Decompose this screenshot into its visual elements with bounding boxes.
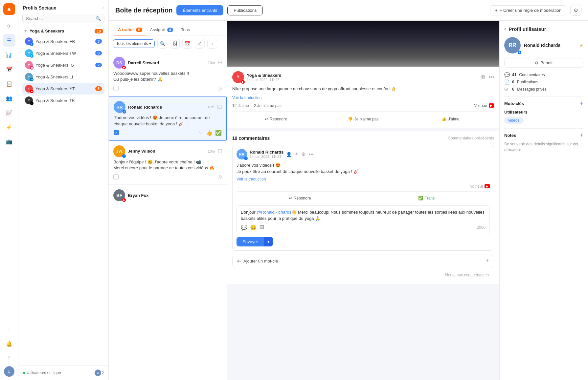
nav-icon-send[interactable]: ✈ [3,20,15,32]
nav-icon-add[interactable]: + [3,323,15,335]
inbox-item-bryan[interactable]: BF ▶ Bryan Fox [109,185,227,208]
mots-cles-add-btn[interactable]: + [580,100,583,107]
add-keyword-label: Ajouter un mot-clé [243,259,278,264]
user-icon[interactable]: 👤 [286,152,292,157]
nouveaux-comments-link[interactable]: Nouveaux commentaires [232,271,494,279]
nav-icon-reports[interactable]: 📈 [3,106,15,119]
nav-icon-tasks[interactable]: 📋 [3,77,15,90]
filter-select[interactable]: Tous les éléments ▾ [113,39,155,48]
li-badge-icon: in [30,78,34,81]
delete-icon[interactable]: 🗑 [481,74,486,80]
profile-item-fb[interactable]: Y f Yoga & Sneakers FB 3 [22,35,104,47]
tab-assigne[interactable]: Assigné 4 [146,25,177,35]
image-icon[interactable]: 🖼 [259,224,264,230]
profile-group-header[interactable]: ▼ Yoga & Sneakers 18 [22,27,104,35]
checkbox-jenny[interactable] [113,174,119,179]
tab-assigne-count: 4 [167,28,173,32]
filter-search-btn[interactable]: 🔍 [157,39,167,49]
emoji-icon[interactable]: 😊 [250,224,257,231]
tab-tous[interactable]: Tous [177,25,194,35]
back-button[interactable]: ‹ [504,26,506,32]
post-text: Nike propose une large gamme de chaussur… [232,86,494,92]
profile-avatar-fb: Y f [25,37,33,45]
profile-name-ig: Yoga & Sneakers IG [35,63,93,68]
nav-icon-media[interactable]: 📺 [3,135,15,148]
online-label: Utilisateurs en ligne [27,370,61,375]
star-icon[interactable]: ★ [579,43,583,48]
profile-avatar-li: Y in [25,73,33,81]
filter-check-btn[interactable]: ✓ [195,39,205,49]
thumbup-icon[interactable]: 👍 [206,130,213,136]
voir-yt[interactable]: voir sur ▶ [237,184,490,189]
message-icon[interactable]: 💬 [241,224,247,231]
platform-badge-bryan: ▶ [122,198,126,202]
sidebar: Profils Sociaux ‹ 🔍 ▼ Yoga & Sneakers 18… [18,0,109,380]
item-time-jenny: 10m [208,149,215,153]
like-btn[interactable]: 👍 J'aime [407,115,494,123]
tab-elements-entrants[interactable]: Éléments entrants [176,5,223,15]
envoyer-dropdown-btn[interactable]: ▾ [264,237,273,246]
comment-reply-btn[interactable]: ↩ Répondre [237,194,363,202]
profile-item-tw[interactable]: Y t Yoga & Sneakers TW 8 [22,47,104,59]
comment-more-icon[interactable]: ••• [309,152,314,157]
comments-label: Commentaires [519,73,545,77]
eye-icon[interactable]: 👁 [294,152,299,157]
comment-translate-link[interactable]: Voir la traduction [237,177,490,181]
comment-traite-btn[interactable]: ✅ Traité [363,194,490,202]
tab-a-traiter[interactable]: A traiter 5 [114,25,146,35]
dislike-icon: 👎 [348,117,353,121]
inbox-item-jenny[interactable]: JW f Jenny Wilson 10m 🎞 Bonjour l'équipe… [109,141,227,185]
keyword-tag-videos: vidéos [504,117,524,124]
nav-icon-inbox[interactable]: ☰ [3,34,15,47]
publications-label: Publications [517,80,538,84]
envoyer-button[interactable]: Envoyer [237,237,264,246]
profile-item-ig[interactable]: Y ◉ Yoga & Sneakers IG 2 [22,59,104,71]
done-icon[interactable]: ✅ [215,130,222,136]
nav-icon-calendar[interactable]: 📅 [3,63,15,75]
comment-delete-icon[interactable]: 🗑 [302,152,306,157]
post-translate-link[interactable]: Voir la traduction [232,95,494,100]
checkbox-ronald[interactable]: ✓ [114,130,119,135]
add-icon: + [486,258,489,264]
reply-btn[interactable]: ↩ Répondre [232,115,320,123]
heart-icon[interactable]: ♡ [199,130,203,136]
create-rule-button[interactable]: + + Créer une règle de modération [490,5,566,15]
filter-image-btn[interactable]: 🖼 [170,39,180,49]
app-logo: a [3,3,15,15]
comments-previous-link[interactable]: Commentaires précédents [448,136,494,140]
nav-icon-help[interactable]: ? [3,352,15,364]
nav-icon-speed[interactable]: ⚡ [3,121,15,133]
sidebar-collapse-btn[interactable]: ‹ [102,5,104,11]
comment-text: J'adore vos vidéos ! 😍Je peux être au co… [237,162,490,175]
filter-calendar-btn[interactable]: 📅 [182,39,192,49]
more-icon[interactable]: ••• [488,74,494,80]
nav-icon-users[interactable]: 👥 [3,92,15,104]
reply-text: Bonjour @RonaldRichards👋 Merci beaucoup!… [241,209,486,222]
notes-add-btn[interactable]: + [580,132,583,139]
nav-user-avatar[interactable]: U [4,366,14,377]
dislike-btn[interactable]: 👎 Je n'aime pas [320,115,407,123]
inbox-item-darrell[interactable]: DS ▶ Darrell Steward 10m 🎞 Wooooawww sup… [109,52,227,96]
check-circle-icon: ✅ [418,196,423,201]
comments-header: 19 commentaires Commentaires précédents [232,136,494,141]
search-input[interactable] [26,16,94,21]
comment-card-ronald: RR f Ronald Richards 14 juin 2022, 11h23… [232,145,494,251]
inbox-item-ronald[interactable]: RR f Ronald Richards 10m 🎞 J'adore vos v… [109,96,227,140]
checkbox-darrell[interactable] [113,86,119,91]
profile-item-yt[interactable]: Y ▶ Yoga & Sneakers YT 5 [22,83,104,95]
voir-sur-link[interactable]: Voir sur ▶ [474,103,494,108]
nav-icon-notifications[interactable]: 🔔 [3,337,15,350]
nav-icon-analytics[interactable]: 📊 [3,49,15,61]
profile-item-li[interactable]: Y in Yoga & Sneakers LI [22,71,104,83]
sidebar-header: Profils Sociaux ‹ [18,0,108,14]
tab-publications[interactable]: Publications [227,5,263,15]
profile-item-tk[interactable]: Y ♪ Yoga & Sneakers TK [22,95,104,106]
ig-badge-icon: ◉ [30,66,34,70]
divider-2 [504,128,583,129]
post-platform-icon: ▶ [241,80,245,84]
ban-button[interactable]: ⊘ Bannir [504,58,583,68]
filter-sort-btn[interactable]: ↕ [207,39,217,49]
notes-text: Se souvenir des détails significatifs su… [504,141,583,153]
add-keyword-area[interactable]: 🏷 Ajouter un mot-clé + [232,254,494,268]
gear-button[interactable]: ⚙ [570,5,581,16]
